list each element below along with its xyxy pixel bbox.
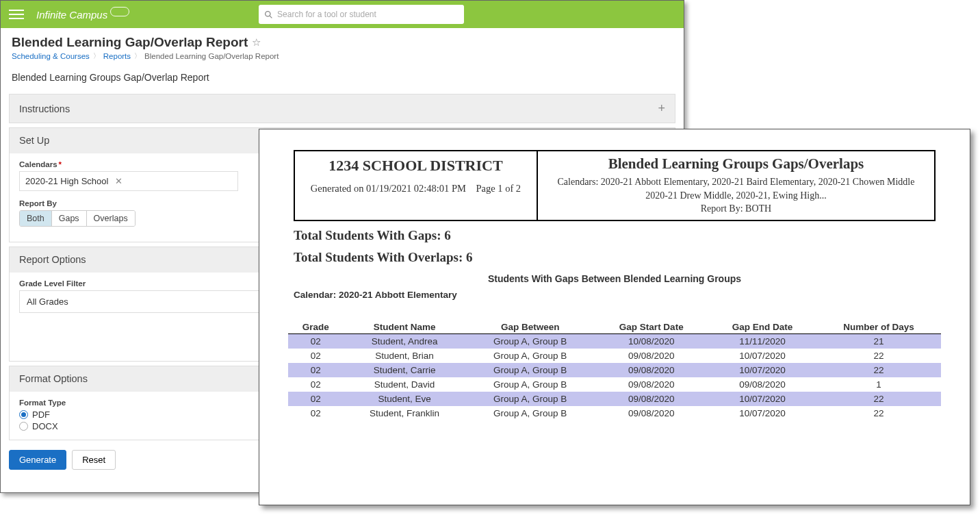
table-cell: 10/07/2020	[708, 406, 816, 420]
page-indicator: Page 1 of 2	[476, 183, 521, 194]
table-cell: 22	[816, 349, 941, 363]
crumb-scheduling[interactable]: Scheduling & Courses	[12, 52, 90, 60]
table-cell: Student, Franklin	[343, 406, 465, 420]
th-between: Gap Between	[466, 319, 595, 334]
table-cell: 02	[288, 333, 343, 349]
table-cell: Group A, Group B	[466, 349, 595, 363]
expand-icon[interactable]: +	[658, 101, 665, 116]
table-cell: 21	[816, 333, 941, 349]
reset-button[interactable]: Reset	[72, 450, 116, 470]
cloud-icon	[110, 7, 129, 16]
calendar-chip-label: 2020-21 High School	[25, 176, 108, 186]
table-cell: Group A, Group B	[466, 377, 595, 392]
svg-point-0	[266, 11, 270, 16]
total-gaps: Total Students With Gaps: 6	[294, 228, 936, 243]
menu-icon[interactable]	[9, 7, 24, 22]
table-cell: 09/08/2020	[595, 377, 708, 392]
th-name: Student Name	[343, 319, 465, 334]
table-cell: Group A, Group B	[466, 406, 595, 420]
table-cell: 09/08/2020	[595, 363, 708, 377]
table-cell: 10/07/2020	[708, 392, 816, 406]
remove-chip-icon[interactable]: ✕	[115, 176, 122, 186]
chevron-right-icon: 〉	[134, 51, 141, 61]
table-cell: 22	[816, 406, 941, 420]
table-cell: Student, Eve	[343, 392, 465, 406]
total-overlaps: Total Students With Overlaps: 6	[294, 250, 936, 265]
table-cell: Group A, Group B	[466, 333, 595, 349]
district-name: 1234 SCHOOL DISTRICT	[302, 157, 530, 175]
calendars-select[interactable]: 2020-21 High School ✕	[19, 171, 238, 191]
table-cell: 09/08/2020	[595, 349, 708, 363]
table-cell: Student, David	[343, 377, 465, 392]
generate-button[interactable]: Generate	[9, 450, 66, 470]
page-title: Blended Learning Gap/Overlap Report	[12, 35, 248, 50]
breadcrumb: Scheduling & Courses 〉 Reports 〉 Blended…	[12, 51, 673, 61]
th-start: Gap Start Date	[595, 319, 708, 334]
svg-line-1	[270, 16, 272, 18]
table-row: 02Student, EveGroup A, Group B09/08/2020…	[288, 392, 941, 406]
table-row: 02Student, DavidGroup A, Group B09/08/20…	[288, 377, 941, 392]
table-cell: 10/08/2020	[595, 333, 708, 349]
report-by-line: Report By: BOTH	[545, 202, 927, 216]
table-cell: 10/07/2020	[708, 363, 816, 377]
table-row: 02Student, BrianGroup A, Group B09/08/20…	[288, 349, 941, 363]
search-input[interactable]	[277, 10, 459, 19]
table-cell: 02	[288, 377, 343, 392]
seg-overlaps[interactable]: Overlaps	[87, 211, 135, 226]
chevron-right-icon: 〉	[93, 51, 100, 61]
table-cell: 22	[816, 363, 941, 377]
seg-both[interactable]: Both	[20, 211, 52, 226]
table-cell: 09/08/2020	[708, 377, 816, 392]
gap-table: Grade Student Name Gap Between Gap Start…	[288, 319, 941, 420]
crumb-reports[interactable]: Reports	[103, 52, 131, 60]
report-title: Blended Learning Groups Gaps/Overlaps	[545, 155, 927, 173]
table-cell: Student, Carrie	[343, 363, 465, 377]
table-cell: 09/08/2020	[595, 406, 708, 420]
instructions-panel: Instructions +	[9, 94, 675, 123]
table-row: 02Student, AndreaGroup A, Group B10/08/2…	[288, 333, 941, 349]
crumb-current: Blended Learning Gap/Overlap Report	[144, 52, 279, 60]
instructions-header[interactable]: Instructions +	[10, 94, 675, 123]
calendar-line: Calendar: 2020-21 Abbott Elementary	[294, 290, 936, 300]
table-cell: 10/07/2020	[708, 349, 816, 363]
logo-text: Infinite Campus	[36, 9, 107, 21]
report-header: 1234 SCHOOL DISTRICT Generated on 01/19/…	[294, 150, 936, 221]
report-subtitle: Blended Learning Groups Gap/Overlap Repo…	[1, 65, 684, 90]
top-bar: Infinite Campus	[1, 1, 684, 28]
table-cell: 02	[288, 406, 343, 420]
table-cell: Student, Brian	[343, 349, 465, 363]
table-cell: Group A, Group B	[466, 392, 595, 406]
logo: Infinite Campus	[36, 9, 129, 21]
radio-icon	[19, 422, 28, 431]
table-cell: 02	[288, 349, 343, 363]
table-cell: 1	[816, 377, 941, 392]
seg-gaps[interactable]: Gaps	[52, 211, 87, 226]
table-row: 02Student, FranklinGroup A, Group B09/08…	[288, 406, 941, 420]
section-title: Students With Gaps Between Blended Learn…	[259, 273, 970, 284]
generated-timestamp: Generated on 01/19/2021 02:48:01 PM	[311, 183, 466, 194]
table-cell: 02	[288, 392, 343, 406]
table-cell: 02	[288, 363, 343, 377]
report-calendars: Calendars: 2020-21 Abbott Elementary, 20…	[545, 175, 927, 189]
search-icon	[264, 10, 273, 19]
search-box[interactable]	[259, 5, 464, 24]
radio-pdf-label: PDF	[32, 409, 50, 420]
table-cell: Student, Andrea	[343, 333, 465, 349]
report-calendars2: 2020-21 Drew Middle, 2020-21, Ewing High…	[545, 189, 927, 203]
th-days: Number of Days	[816, 319, 941, 334]
report-preview: 1234 SCHOOL DISTRICT Generated on 01/19/…	[259, 129, 970, 505]
page-header: Blended Learning Gap/Overlap Report ☆ Sc…	[1, 28, 684, 65]
search-wrap	[259, 5, 464, 24]
th-grade: Grade	[288, 319, 343, 334]
table-cell: 22	[816, 392, 941, 406]
radio-icon	[19, 410, 28, 419]
radio-docx-label: DOCX	[32, 421, 58, 431]
report-by-segment: Both Gaps Overlaps	[19, 210, 136, 227]
table-cell: 11/11/2020	[708, 333, 816, 349]
table-cell: 09/08/2020	[595, 392, 708, 406]
instructions-title: Instructions	[19, 103, 70, 114]
th-end: Gap End Date	[708, 319, 816, 334]
favorite-star-icon[interactable]: ☆	[252, 36, 261, 49]
table-row: 02Student, CarrieGroup A, Group B09/08/2…	[288, 363, 941, 377]
table-cell: Group A, Group B	[466, 363, 595, 377]
